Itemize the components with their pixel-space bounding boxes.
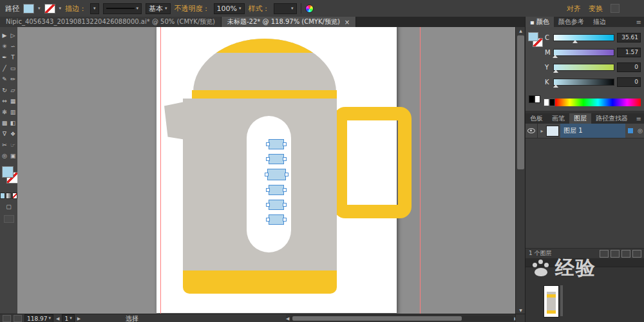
level-mark[interactable] <box>269 214 284 225</box>
selected-level-marks[interactable] <box>267 139 285 225</box>
black-swatch[interactable] <box>549 99 555 106</box>
kettle-base-shape[interactable] <box>183 270 337 294</box>
paintbrush-tool[interactable]: ✎ <box>1 73 9 84</box>
black-slider[interactable] <box>553 79 614 86</box>
mesh-tool[interactable]: ▩ <box>1 117 9 128</box>
symbol-sprayer-tool[interactable]: ✻ <box>1 106 9 117</box>
new-layer-icon[interactable] <box>621 250 630 258</box>
tab-color-guide[interactable]: 颜色参考 <box>554 17 589 27</box>
close-icon[interactable]: × <box>345 19 350 26</box>
kettle-handle-shape[interactable] <box>334 107 412 218</box>
rotate-tool[interactable]: ↻ <box>1 84 9 95</box>
tab-brushes[interactable]: 画笔 <box>547 113 569 124</box>
previous-artboard-icon[interactable]: ◀ <box>56 316 59 321</box>
layer-name[interactable]: 图层 1 <box>560 124 625 138</box>
direct-selection-tool[interactable]: ▷ <box>9 30 17 41</box>
color-mode-button[interactable] <box>0 193 5 199</box>
screen-mode-icon[interactable]: ▢ <box>0 204 17 210</box>
brush-definition-box[interactable]: 基本▾ <box>146 3 171 14</box>
artboard-tool[interactable]: ▣ <box>9 150 17 161</box>
lasso-tool[interactable]: ∽ <box>9 41 17 52</box>
vertical-scrollbar-thumb[interactable] <box>517 35 524 169</box>
kettle-spout-shape[interactable] <box>164 100 194 141</box>
tab-layers[interactable]: 图层 <box>569 113 591 124</box>
rectangle-tool[interactable]: ▭ <box>9 62 17 73</box>
type-tool[interactable]: T <box>9 52 17 62</box>
scroll-down-icon[interactable]: ▼ <box>516 308 526 312</box>
stroke-profile-box[interactable]: ▾ <box>103 3 142 14</box>
panel-menu-icon[interactable]: ≡ <box>633 115 644 122</box>
recolor-artwork-icon[interactable] <box>305 5 314 13</box>
tab-pathfinder[interactable]: 路径查找器 <box>591 113 632 124</box>
magenta-value-field[interactable]: 1.57 <box>617 48 641 57</box>
artboard-navigation-box[interactable]: 1 ▾ <box>62 314 74 322</box>
level-mark[interactable] <box>269 200 284 210</box>
scroll-up-icon[interactable]: ▲ <box>516 28 526 33</box>
spectrum-ramp[interactable] <box>555 99 641 106</box>
next-artboard-icon[interactable]: ▶ <box>77 316 80 321</box>
opacity-link[interactable]: 不透明度： <box>175 4 210 14</box>
horizontal-scrollbar-track[interactable] <box>290 316 513 321</box>
fill-swatch[interactable] <box>2 166 14 178</box>
style-box[interactable]: ▾ <box>274 3 297 14</box>
free-transform-tool[interactable]: ▦ <box>9 95 17 106</box>
horizontal-scrollbar-thumb[interactable] <box>292 316 461 321</box>
chevron-down-icon[interactable]: ▾ <box>59 6 62 11</box>
make-mask-icon[interactable] <box>600 250 609 258</box>
zoom-box[interactable]: 118.97 ▾ <box>24 314 53 322</box>
horizontal-scrollbar[interactable]: ◀ ▶ <box>286 314 518 322</box>
black-value-field[interactable]: 0 <box>617 77 641 87</box>
pencil-tool[interactable]: ✏ <box>9 73 17 84</box>
navigator-thumbnail[interactable] <box>544 285 559 317</box>
eyedropper-tool[interactable]: ∇ <box>1 128 9 139</box>
gradient-tool[interactable]: ◧ <box>9 117 17 128</box>
tab-stroke[interactable]: 描边 <box>589 17 611 27</box>
graph-tool[interactable]: ▥ <box>9 106 17 117</box>
tab-color[interactable]: ▪ 颜色 <box>526 17 554 27</box>
yellow-slider[interactable] <box>553 64 614 71</box>
level-mark[interactable] <box>269 185 284 195</box>
canvas[interactable] <box>17 27 515 314</box>
scissors-tool[interactable]: ✂ <box>1 139 9 150</box>
level-mark[interactable] <box>269 139 284 149</box>
white-swatch[interactable] <box>544 99 549 106</box>
pen-tool[interactable]: ✒ <box>1 52 9 62</box>
chevron-down-icon[interactable]: ▾ <box>38 6 41 11</box>
delete-layer-icon[interactable] <box>632 250 641 258</box>
new-sublayer-icon[interactable] <box>611 250 620 258</box>
status-icon[interactable] <box>3 315 11 322</box>
blend-tool[interactable]: ❖ <box>9 128 17 139</box>
slider-thumb[interactable] <box>553 70 558 73</box>
stroke-weight-box[interactable]: ▾ <box>90 3 99 14</box>
visibility-toggle[interactable] <box>526 124 538 138</box>
opacity-box[interactable]: 100%▾ <box>214 3 245 14</box>
level-mark[interactable] <box>267 169 286 180</box>
expand-icon[interactable]: ▸ <box>538 128 546 134</box>
fill-color-chip[interactable] <box>23 4 34 14</box>
align-link[interactable]: 对齐 <box>567 4 581 14</box>
line-tool[interactable]: ╱ <box>1 62 9 73</box>
panel-options-icon[interactable] <box>611 4 620 13</box>
style-link[interactable]: 样式： <box>249 4 270 14</box>
hand-tool[interactable]: ☞ <box>9 139 17 150</box>
stroke-color-chip[interactable] <box>44 4 55 14</box>
cyan-slider[interactable] <box>553 34 614 41</box>
level-mark[interactable] <box>269 154 284 164</box>
status-icon[interactable] <box>14 315 22 322</box>
scale-tool[interactable]: ▱ <box>9 84 17 95</box>
zoom-tool[interactable]: ◎ <box>1 150 9 161</box>
vertical-scrollbar[interactable]: ▲ ▼ <box>515 27 526 314</box>
gradient-mode-button[interactable] <box>6 193 11 199</box>
yellow-value-field[interactable]: 0 <box>617 62 641 72</box>
panel-menu-icon[interactable]: ≡ <box>633 19 644 26</box>
kettle-stripe-shape[interactable] <box>192 90 337 99</box>
drawing-mode-icon[interactable] <box>4 215 14 223</box>
navigator-scrollbar[interactable] <box>560 285 563 316</box>
none-mode-button[interactable] <box>12 193 17 199</box>
fill-proxy-swatch[interactable] <box>528 32 538 41</box>
width-tool[interactable]: ⇔ <box>1 95 9 106</box>
magic-wand-tool[interactable]: ✳ <box>1 41 9 52</box>
target-icon[interactable]: ◎ <box>636 128 644 134</box>
selection-tool[interactable]: ▶ <box>1 30 9 41</box>
slider-thumb[interactable] <box>553 84 558 88</box>
